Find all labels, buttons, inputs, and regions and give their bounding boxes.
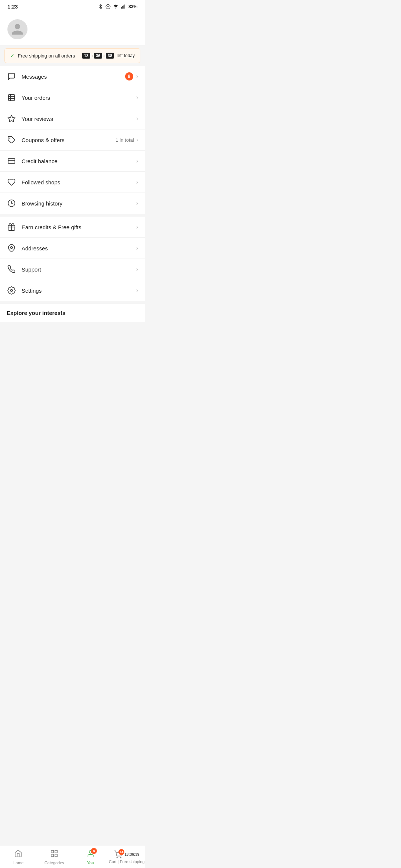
dnd-icon [105, 4, 111, 9]
addresses-label: Addresses [22, 245, 136, 251]
timer-minutes: 36 [94, 53, 102, 59]
chevron-icon: › [136, 94, 138, 101]
chevron-icon: › [136, 200, 138, 207]
explore-section: Explore your interests [0, 304, 145, 322]
status-icons: 83% [98, 4, 137, 9]
heart-icon [7, 177, 16, 187]
svg-rect-3 [121, 7, 122, 9]
orders-icon [7, 93, 16, 102]
gift-icon [7, 222, 16, 232]
svg-marker-11 [8, 115, 15, 122]
earn-label: Earn credits & Free gifts [22, 224, 136, 230]
menu-item-addresses[interactable]: Addresses › [0, 238, 145, 259]
reviews-icon [7, 114, 16, 124]
menu-item-settings[interactable]: Settings › [0, 280, 145, 301]
checkmark-icon: ✓ [10, 52, 15, 59]
chevron-icon: › [136, 115, 138, 122]
timer-group: 13 : 36 : 38 left today [82, 53, 135, 59]
chevron-icon: › [136, 137, 138, 143]
svg-point-19 [10, 289, 13, 292]
coupons-label: Coupons & offers [22, 137, 116, 143]
settings-label: Settings [22, 287, 136, 294]
menu-item-reviews[interactable]: Your reviews › [0, 108, 145, 129]
menu-item-support[interactable]: Support › [0, 259, 145, 280]
avatar [7, 19, 27, 39]
support-label: Support [22, 266, 136, 273]
coupon-icon [7, 135, 16, 145]
reviews-label: Your reviews [22, 116, 136, 122]
credit-label: Credit balance [22, 158, 136, 164]
menu-item-earn[interactable]: Earn credits & Free gifts › [0, 217, 145, 238]
menu-item-orders[interactable]: Your orders › [0, 87, 145, 108]
chevron-icon: › [136, 287, 138, 294]
bluetooth-icon [98, 4, 103, 9]
menu-item-credit[interactable]: Credit balance › [0, 151, 145, 172]
profile-section [0, 12, 145, 45]
timer-hours: 13 [82, 53, 90, 59]
wifi-icon [113, 4, 119, 9]
chevron-icon: › [136, 158, 138, 164]
chevron-icon: › [136, 245, 138, 251]
menu-item-coupons[interactable]: Coupons & offers 1 in total › [0, 129, 145, 151]
avatar-icon [11, 23, 24, 36]
followed-label: Followed shops [22, 179, 136, 185]
chevron-icon: › [136, 179, 138, 185]
svg-point-18 [10, 246, 13, 249]
support-icon [7, 264, 16, 274]
messages-label: Messages [22, 73, 125, 80]
status-time: 1:23 [7, 4, 18, 10]
coupons-meta: 1 in total [116, 137, 134, 143]
menu-item-history[interactable]: Browsing history › [0, 193, 145, 214]
svg-rect-7 [9, 95, 15, 101]
message-icon [7, 72, 16, 81]
history-label: Browsing history [22, 200, 136, 207]
status-bar: 1:23 83% [0, 0, 145, 12]
timer-seconds: 38 [106, 53, 114, 59]
messages-badge: 8 [125, 72, 133, 80]
menu-item-messages[interactable]: Messages 8 › [0, 66, 145, 87]
settings-icon [7, 286, 16, 295]
shipping-banner: ✓ Free shipping on all orders 13 : 36 : … [4, 48, 140, 63]
svg-point-2 [115, 8, 116, 9]
battery-text: 83% [128, 4, 137, 9]
shipping-text: Free shipping on all orders [18, 53, 79, 59]
menu-section: Messages 8 › Your orders › Your reviews … [0, 66, 145, 214]
signal-icon [121, 4, 126, 9]
menu-section-2: Earn credits & Free gifts › Addresses › … [0, 217, 145, 301]
svg-rect-6 [124, 4, 125, 9]
explore-title: Explore your interests [7, 310, 65, 316]
credit-icon [7, 156, 16, 166]
chevron-icon: › [136, 224, 138, 230]
clock-icon [7, 198, 16, 208]
orders-label: Your orders [22, 95, 136, 101]
svg-rect-4 [122, 6, 123, 9]
svg-rect-13 [8, 159, 15, 164]
location-icon [7, 243, 16, 253]
timer-suffix: left today [117, 53, 135, 58]
svg-rect-5 [123, 6, 124, 9]
chevron-icon: › [136, 73, 138, 80]
chevron-icon: › [136, 266, 138, 273]
menu-item-followed[interactable]: Followed shops › [0, 172, 145, 193]
